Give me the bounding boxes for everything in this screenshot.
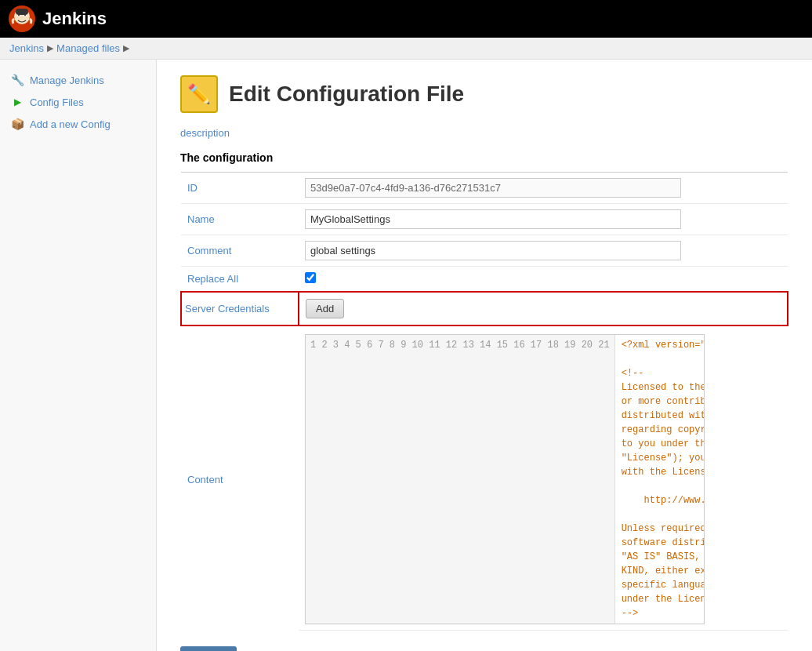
server-credentials-row: Server Credentials Add — [181, 292, 788, 326]
page-header-icon: ✏️ — [180, 75, 218, 113]
server-credentials-container: Add — [306, 299, 781, 318]
breadcrumb-sep-1: ▶ — [47, 43, 53, 53]
page-title: Edit Configuration File — [229, 82, 464, 107]
breadcrumb-jenkins[interactable]: Jenkins — [9, 42, 44, 54]
main-layout: 🔧 Manage Jenkins ▶ Config Files 📦 Add a … — [0, 60, 812, 651]
submit-button[interactable]: Submit — [180, 646, 237, 651]
edit-icon: ✏️ — [187, 83, 211, 105]
arrow-icon: ▶ — [11, 96, 24, 108]
breadcrumb-sep-2: ▶ — [123, 43, 129, 53]
comment-input[interactable] — [305, 241, 681, 260]
name-value-cell — [299, 204, 788, 235]
description-link[interactable]: description — [180, 127, 788, 139]
comment-row: Comment — [181, 235, 788, 267]
code-editor[interactable]: 1 2 3 4 5 6 7 8 9 10 11 12 13 14 15 16 1… — [305, 334, 705, 624]
jenkins-logo-icon — [8, 5, 36, 33]
content-value-cell: 1 2 3 4 5 6 7 8 9 10 11 12 13 14 15 16 1… — [299, 326, 788, 631]
content-label: Content — [181, 326, 299, 631]
box-icon: 📦 — [11, 118, 24, 130]
server-credentials-value-cell: Add — [299, 292, 788, 326]
comment-label: Comment — [181, 235, 299, 267]
name-label: Name — [181, 204, 299, 235]
sidebar: 🔧 Manage Jenkins ▶ Config Files 📦 Add a … — [0, 60, 157, 651]
replace-all-row: Replace All — [181, 267, 788, 293]
comment-value-cell — [299, 235, 788, 267]
section-title: The configuration — [180, 151, 788, 164]
content-row: Content 1 2 3 4 5 6 7 8 9 10 11 12 13 14… — [181, 326, 788, 631]
name-input[interactable] — [305, 209, 681, 229]
id-value-cell — [299, 173, 788, 204]
code-content: <?xml version="1.0" encoding="UTF-8"?> <… — [615, 335, 704, 624]
sidebar-item-config-files-label: Config Files — [30, 96, 84, 108]
sidebar-item-add-config[interactable]: 📦 Add a new Config — [0, 113, 156, 135]
sidebar-item-config-files[interactable]: ▶ Config Files — [0, 91, 156, 113]
id-input[interactable] — [305, 178, 681, 198]
add-server-credentials-button[interactable]: Add — [306, 299, 344, 318]
replace-all-checkbox[interactable] — [305, 272, 316, 283]
logo-area: Jenkins — [8, 5, 107, 33]
wrench-icon: 🔧 — [11, 74, 24, 86]
svg-rect-6 — [16, 9, 28, 15]
server-credentials-label: Server Credentials — [181, 292, 299, 326]
content-area: ✏️ Edit Configuration File description T… — [157, 60, 812, 651]
config-form: ID Name Comment — [180, 172, 788, 631]
breadcrumb: Jenkins ▶ Managed files ▶ — [0, 38, 812, 60]
sidebar-item-add-config-label: Add a new Config — [30, 118, 111, 130]
page-header: ✏️ Edit Configuration File — [180, 75, 788, 113]
app-title: Jenkins — [42, 9, 107, 29]
replace-all-value-cell — [299, 267, 788, 293]
line-numbers: 1 2 3 4 5 6 7 8 9 10 11 12 13 14 15 16 1… — [306, 335, 615, 624]
breadcrumb-managed-files[interactable]: Managed files — [56, 42, 120, 54]
id-label: ID — [181, 173, 299, 204]
id-row: ID — [181, 173, 788, 204]
header: Jenkins — [0, 0, 812, 38]
sidebar-item-manage-jenkins-label: Manage Jenkins — [30, 75, 104, 86]
name-row: Name — [181, 204, 788, 235]
sidebar-item-manage-jenkins[interactable]: 🔧 Manage Jenkins — [0, 69, 156, 91]
replace-all-label: Replace All — [181, 267, 299, 293]
